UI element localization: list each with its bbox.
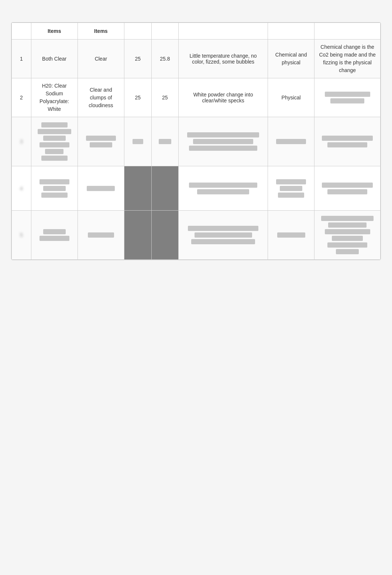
- row5-items1: [31, 211, 78, 260]
- table-row: 1 Both Clear Clear 25 25.8 Little temper…: [12, 40, 381, 78]
- header-notes: [314, 23, 381, 40]
- row4-val2: [151, 166, 179, 211]
- row4-type: [268, 166, 314, 211]
- row3-val2: [151, 117, 179, 166]
- row5-val2: [151, 211, 179, 260]
- row1-items1: Both Clear: [31, 40, 78, 78]
- row4-num: 4: [12, 166, 31, 211]
- table-row: 4: [12, 166, 381, 211]
- row1-notes: Chemical change is the Co2 being made an…: [314, 40, 381, 78]
- row4-items1: [31, 166, 78, 211]
- row3-items2: [78, 117, 124, 166]
- row3-type: [268, 117, 314, 166]
- row2-num: 2: [12, 78, 31, 117]
- row2-observations: White powder change into clear/white spe…: [179, 78, 268, 117]
- header-type: [268, 23, 314, 40]
- table-row: 3: [12, 117, 381, 166]
- row1-val2: 25.8: [151, 40, 179, 78]
- row4-items2: [78, 166, 124, 211]
- table-row: 2 H20: Clear Sodium Polyacrylate: White …: [12, 78, 381, 117]
- row3-notes: [314, 117, 381, 166]
- row5-notes: [314, 211, 381, 260]
- header-observations: [179, 23, 268, 40]
- row2-items2: Clear and clumps of cloudiness: [78, 78, 124, 117]
- row3-val1: [124, 117, 151, 166]
- row1-items2: Clear: [78, 40, 124, 78]
- row2-type: Physical: [268, 78, 314, 117]
- row4-val1: [124, 166, 151, 211]
- row3-num: 3: [12, 117, 31, 166]
- header-val1: [124, 23, 151, 40]
- row4-notes: [314, 166, 381, 211]
- row1-val1: 25: [124, 40, 151, 78]
- row5-val1: [124, 211, 151, 260]
- row2-items1: H20: Clear Sodium Polyacrylate: White: [31, 78, 78, 117]
- main-table-wrapper: Items Items 1 Both Clear Clear 25 25.8 L…: [11, 22, 381, 260]
- header-items1: Items: [31, 23, 78, 40]
- row2-notes: [314, 78, 381, 117]
- row1-type: Chemical and physical: [268, 40, 314, 78]
- row5-observations: [179, 211, 268, 260]
- row4-observations: [179, 166, 268, 211]
- header-items2: Items: [78, 23, 124, 40]
- row5-num: 5: [12, 211, 31, 260]
- row3-items1: [31, 117, 78, 166]
- row2-val1: 25: [124, 78, 151, 117]
- row5-items2: [78, 211, 124, 260]
- row3-observations: [179, 117, 268, 166]
- row1-observations: Little temperature change, no color, fiz…: [179, 40, 268, 78]
- data-table: Items Items 1 Both Clear Clear 25 25.8 L…: [11, 23, 381, 260]
- table-row: 5: [12, 211, 381, 260]
- header-val2: [151, 23, 179, 40]
- row2-val2: 25: [151, 78, 179, 117]
- row1-num: 1: [12, 40, 31, 78]
- header-num: [12, 23, 31, 40]
- row5-type: [268, 211, 314, 260]
